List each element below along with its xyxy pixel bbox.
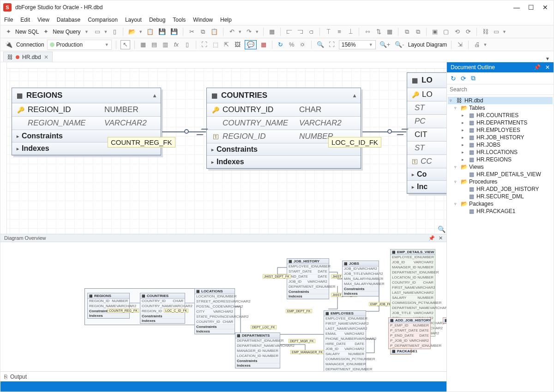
section-constraints[interactable]: ▸Co <box>407 168 446 181</box>
section-indexes[interactable]: ▸Inc <box>407 181 446 193</box>
column-row[interactable]: COUNTRY_NAME VARCHAR2 <box>207 117 361 130</box>
tabs-dropdown-icon[interactable]: ▾ <box>542 55 554 62</box>
menu-help[interactable]: Help <box>220 17 232 23</box>
close-panel-icon[interactable]: ✕ <box>545 64 550 71</box>
mini-job-history[interactable]: ▦JOB_HISTORY EMPLOYEE_IDNUMBER START_DAT… <box>287 258 329 299</box>
crop-icon[interactable]: ⛶ <box>200 40 209 49</box>
pin-icon[interactable]: 📌 <box>428 235 435 241</box>
grid-icon[interactable]: ▤ <box>150 40 158 49</box>
snap-grid-icon[interactable]: ▦ <box>385 27 394 36</box>
collapse-icon[interactable]: ▴ <box>153 92 156 99</box>
panel-search[interactable] <box>447 84 554 95</box>
tab-close-icon[interactable]: ✕ <box>44 54 48 60</box>
align-left-icon[interactable]: ⫍ <box>285 27 293 36</box>
align-bottom-icon[interactable]: ⟘ <box>346 27 355 36</box>
mini-departments[interactable]: ▦DEPARTMENTS DEPARTMENT_IDNUMBER DEPARTM… <box>235 333 280 368</box>
stamp-icon[interactable]: ⬚ <box>211 40 220 49</box>
rotate-left-icon[interactable]: ⟲ <box>453 27 461 36</box>
align-middle-icon[interactable]: ≡ <box>335 27 343 36</box>
link-icon[interactable]: ⛓ <box>481 27 489 36</box>
tree-item[interactable]: ▦HR.PACKAGE1 <box>448 208 553 215</box>
menu-tools[interactable]: Tools <box>173 17 186 23</box>
refresh-icon[interactable]: ↻ <box>451 75 456 82</box>
column-row[interactable]: 🔑 REGION_ID NUMBER <box>12 103 161 117</box>
menu-debug[interactable]: Debug <box>149 17 165 23</box>
mini-regions[interactable]: ▦REGIONS REGION_IDNUMBER REGION_NAMEVARC… <box>87 293 130 319</box>
zoom-out-icon[interactable]: 🔍- <box>394 40 405 49</box>
entity-header[interactable]: ▦ LO <box>407 73 446 88</box>
collapse-all-icon[interactable]: ⧉ <box>471 74 476 82</box>
tree-item[interactable]: ▦HR.SECURE_DML <box>448 193 553 200</box>
menu-layout[interactable]: Layout <box>125 17 142 23</box>
select-all-icon[interactable]: ▦ <box>268 27 276 36</box>
percent-icon[interactable]: % <box>288 40 296 49</box>
minimize-button[interactable]: — <box>513 4 520 11</box>
print-icon[interactable]: 🖨 <box>473 40 481 49</box>
fit-icon[interactable]: 🔍 <box>316 40 325 49</box>
menu-file[interactable]: File <box>4 17 13 23</box>
send-back-icon[interactable]: ▢ <box>442 27 450 36</box>
distribute-v-icon[interactable]: ⇅ <box>374 27 383 36</box>
note-tool-icon[interactable]: 💬 <box>245 40 257 49</box>
menu-window[interactable]: Window <box>193 17 213 23</box>
close-panel-icon[interactable]: ✕ <box>439 235 443 241</box>
new-sql-button[interactable]: New SQL <box>15 29 39 35</box>
menu-view[interactable]: View <box>37 17 49 23</box>
dropdown-icon[interactable]: ▼ <box>82 27 90 36</box>
tree-root[interactable]: ▿⛓HR.dbd <box>448 97 553 104</box>
new-query-icon[interactable]: ✦ <box>42 27 50 36</box>
zoom-input[interactable]: 156% ▼ <box>339 40 376 49</box>
column-row[interactable]: ⚿CC <box>407 155 446 168</box>
tree-views-folder[interactable]: ▿📂Views <box>448 163 553 171</box>
mini-locations[interactable]: ▦LOCATIONS LOCATION_IDNUMBER STREET_ADDR… <box>194 288 235 334</box>
menu-edit[interactable]: Edit <box>20 17 30 23</box>
mini-package1[interactable]: ▦PACKAGE1 <box>390 348 411 355</box>
tree-item[interactable]: ▸▦HR.REGIONS <box>448 156 553 163</box>
tree-packages-folder[interactable]: ▿📂Packages <box>448 200 553 208</box>
save-icon[interactable]: 💾 <box>157 27 167 36</box>
export-icon[interactable]: ⇱ <box>223 40 231 49</box>
layout-diagram-button[interactable]: Layout Diagram <box>408 42 447 48</box>
cut-icon[interactable]: ✂ <box>187 27 196 36</box>
diagram-canvas[interactable]: ▦ REGIONS ▴ 🔑 REGION_ID NUMBER REGION_NA… <box>0 62 446 234</box>
new-query-button[interactable]: New Query <box>53 29 80 35</box>
fk-label-countr-reg[interactable]: COUNTR_REG_FK <box>108 137 175 148</box>
menu-database[interactable]: Database <box>57 17 80 23</box>
tree-item[interactable]: ▸▦HR.EMPLOYEES <box>448 126 553 134</box>
menu-comparison[interactable]: Comparison <box>88 17 118 23</box>
tree-item[interactable]: ▸▦HR.COUNTRIES <box>448 112 553 119</box>
entity-locations-partial[interactable]: ▦ LO 🔑LO ST PC CIT ST ⚿CC ▸Co ▸Inc <box>407 72 446 194</box>
connection-dropdown[interactable]: Production ▼ <box>47 40 112 50</box>
column-row[interactable]: REGION_NAME VARCHAR2 <box>12 117 161 130</box>
collapse-icon[interactable]: ▴ <box>353 92 356 99</box>
tree-procs-folder[interactable]: ▿📂Procedures <box>448 178 553 185</box>
refresh-icon[interactable]: ↻ <box>277 40 285 49</box>
column-row[interactable]: 🔑 COUNTRY_ID CHAR <box>207 103 361 117</box>
group-icon[interactable]: ⧉ <box>403 27 411 36</box>
function-icon[interactable]: fx <box>172 40 181 49</box>
table-icon[interactable]: ▦ <box>139 40 147 49</box>
column-row[interactable]: 🔑LO <box>407 88 446 101</box>
tab-hr-dbd[interactable]: ⛓ HR.dbd ✕ <box>3 52 53 62</box>
tree-item[interactable]: ▸▦HR.DEPARTMENTS <box>448 119 553 126</box>
entity-header[interactable]: ▦ REGIONS ▴ <box>12 88 161 103</box>
column-row[interactable]: PC <box>407 115 446 128</box>
output-bar[interactable]: ⎘ Output <box>0 371 446 381</box>
tree-tables-folder[interactable]: ▿📂Tables <box>448 104 553 112</box>
copy-icon[interactable]: ⧉ <box>199 27 207 36</box>
rotate-right-icon[interactable]: ⟳ <box>464 27 472 36</box>
align-top-icon[interactable]: ⟙ <box>324 27 332 36</box>
entity-header[interactable]: ▦ COUNTRIES ▴ <box>207 88 361 103</box>
zoom-fit-icon[interactable]: ⛶ <box>328 40 336 49</box>
search-input[interactable] <box>447 84 554 95</box>
tree-item[interactable]: ▦HR.ADD_JOB_HISTORY <box>448 185 553 193</box>
settings-icon[interactable]: ⛭ <box>299 40 307 49</box>
insert-icon[interactable]: ▯ <box>183 40 192 49</box>
entity-countries[interactable]: ▦ COUNTRIES ▴ 🔑 COUNTRY_ID CHAR COUNTRY_… <box>206 88 361 169</box>
redo-icon[interactable]: ↷ <box>245 27 253 36</box>
tree-item[interactable]: ▸▦HR.LOCATIONS <box>448 148 553 156</box>
mini-add-job-history[interactable]: ▦ADD_JOB_HISTORY P_EMP_IDNUMBER P_START_… <box>388 317 431 349</box>
open-folder-icon[interactable]: 📂 <box>127 27 137 36</box>
delete-icon[interactable]: ▦ <box>259 40 268 49</box>
tree-item[interactable]: ▸▦HR.JOB_HISTORY <box>448 134 553 141</box>
